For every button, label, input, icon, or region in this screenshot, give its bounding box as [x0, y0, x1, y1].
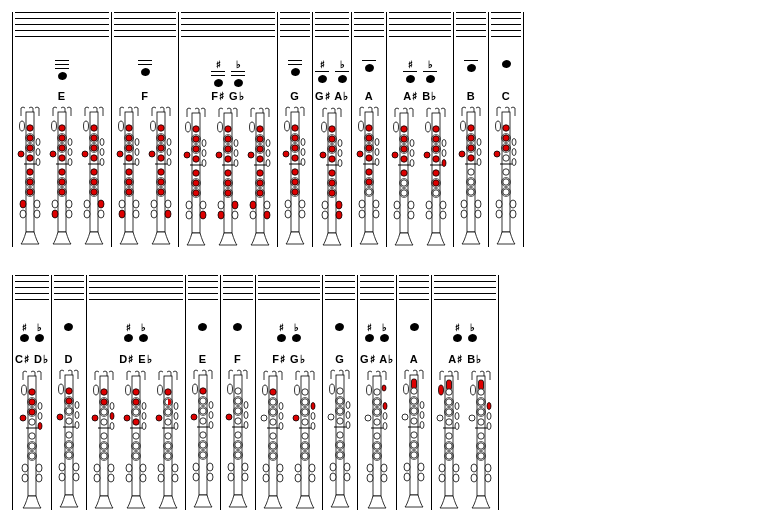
svg-point-193: [299, 210, 305, 218]
clarinet-icon: [89, 370, 119, 510]
svg-point-627: [478, 433, 484, 439]
svg-point-299: [477, 159, 481, 166]
svg-point-184: [292, 179, 298, 185]
svg-point-433: [158, 474, 164, 482]
svg-point-133: [218, 122, 223, 132]
fingering-cell: F: [221, 275, 256, 510]
svg-point-79: [135, 159, 139, 166]
svg-point-215: [336, 211, 342, 219]
clarinet-icon: [213, 107, 243, 247]
svg-point-365: [75, 422, 79, 429]
svg-point-634: [471, 464, 477, 472]
svg-point-389: [94, 474, 100, 482]
svg-point-412: [140, 464, 146, 472]
svg-point-342: [38, 413, 42, 420]
svg-point-368: [73, 463, 79, 471]
svg-point-244: [392, 152, 398, 158]
svg-point-581: [411, 432, 417, 438]
svg-point-226: [366, 155, 372, 161]
svg-point-531: [337, 388, 343, 394]
svg-point-249: [401, 170, 407, 176]
svg-point-621: [469, 415, 475, 421]
svg-point-104: [165, 200, 171, 208]
svg-point-93: [158, 145, 164, 151]
svg-point-608: [455, 403, 459, 410]
svg-point-295: [468, 189, 474, 195]
fingering-cell: ♯♭G♯ A♭: [313, 12, 352, 247]
svg-point-271: [433, 170, 439, 176]
svg-point-563: [383, 413, 387, 420]
svg-point-127: [200, 211, 206, 219]
fingering-diagrams: [456, 106, 486, 246]
fingering-diagrams: [280, 106, 310, 246]
svg-point-228: [366, 179, 372, 185]
svg-point-551: [367, 385, 372, 395]
svg-point-449: [200, 452, 206, 458]
svg-point-317: [503, 189, 509, 195]
svg-point-160: [257, 156, 263, 162]
svg-point-276: [442, 150, 446, 157]
svg-point-267: [433, 126, 439, 132]
svg-point-517: [311, 403, 315, 410]
svg-point-432: [158, 464, 164, 472]
svg-point-75: [126, 189, 132, 195]
svg-point-588: [404, 463, 410, 471]
svg-point-185: [292, 189, 298, 195]
svg-point-491: [270, 433, 276, 439]
svg-point-136: [225, 136, 231, 142]
svg-point-313: [503, 145, 509, 151]
svg-point-320: [512, 149, 516, 156]
clarinet-icon: [114, 106, 144, 246]
svg-point-33: [68, 139, 72, 146]
svg-point-463: [227, 384, 232, 394]
svg-point-628: [478, 443, 484, 449]
svg-point-157: [257, 126, 263, 132]
svg-point-94: [158, 155, 164, 161]
svg-point-478: [242, 463, 248, 471]
svg-point-213: [322, 211, 328, 219]
svg-point-609: [455, 413, 459, 420]
svg-point-403: [133, 433, 139, 439]
svg-point-445: [200, 408, 206, 414]
svg-point-425: [165, 433, 171, 439]
svg-point-207: [329, 190, 335, 196]
svg-point-364: [75, 412, 79, 419]
svg-point-543: [330, 473, 336, 481]
svg-point-34: [68, 149, 72, 156]
svg-point-363: [75, 402, 79, 409]
svg-point-144: [234, 150, 238, 157]
svg-point-454: [193, 463, 199, 471]
fingering-cell: ♯♭C♯ D♭: [12, 275, 52, 510]
svg-point-321: [512, 159, 516, 166]
svg-point-411: [126, 474, 132, 482]
svg-point-469: [235, 432, 241, 438]
svg-point-113: [193, 126, 199, 132]
svg-point-354: [57, 414, 63, 420]
svg-point-140: [225, 180, 231, 186]
svg-point-57: [100, 159, 104, 166]
svg-point-519: [311, 423, 315, 430]
svg-point-601: [446, 399, 452, 405]
svg-point-303: [475, 210, 481, 218]
svg-point-529: [329, 384, 334, 394]
svg-point-359: [66, 432, 72, 438]
svg-point-613: [453, 464, 459, 472]
svg-point-97: [158, 189, 164, 195]
svg-point-537: [337, 452, 343, 458]
svg-point-316: [503, 179, 509, 185]
svg-point-49: [91, 145, 97, 151]
svg-point-265: [426, 122, 431, 132]
svg-point-574: [404, 384, 409, 394]
svg-point-82: [133, 200, 139, 208]
fingering-cell: G: [323, 275, 358, 510]
svg-point-522: [309, 464, 315, 472]
svg-point-145: [234, 160, 238, 167]
svg-point-232: [375, 149, 379, 156]
clarinet-icon: [317, 107, 347, 247]
svg-point-467: [235, 408, 241, 414]
svg-point-272: [433, 180, 439, 186]
svg-point-490: [270, 419, 276, 425]
svg-point-448: [200, 442, 206, 448]
svg-point-534: [337, 418, 343, 424]
svg-point-278: [426, 201, 432, 209]
